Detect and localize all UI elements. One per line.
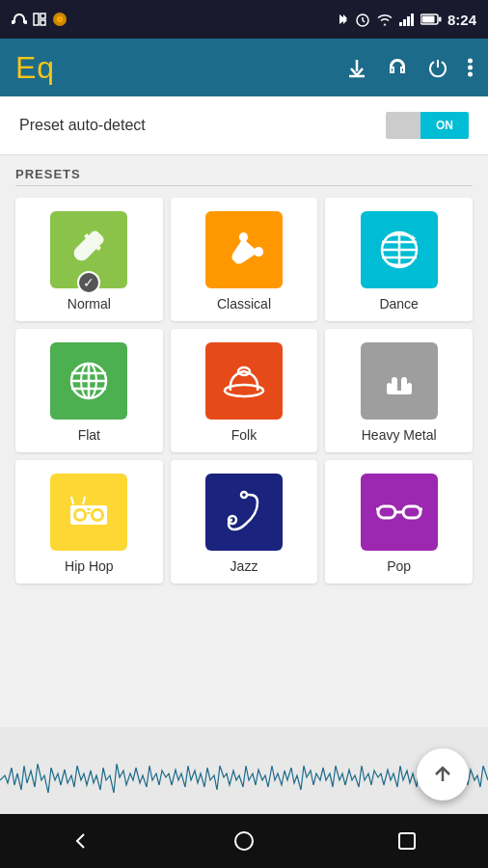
battery-icon (420, 14, 442, 25)
svg-line-49 (83, 497, 85, 504)
pop-label: Pop (387, 558, 411, 574)
glasses-icon (374, 487, 424, 537)
svg-line-10 (363, 20, 365, 22)
dance-label: Dance (379, 296, 418, 312)
app-bar-actions (346, 57, 473, 78)
status-right-icons: 8:24 (338, 11, 476, 28)
bottom-nav (0, 814, 488, 868)
svg-rect-11 (399, 22, 402, 26)
svg-rect-4 (41, 20, 45, 25)
jazz-label: Jazz (230, 558, 258, 574)
recent-icon (396, 830, 418, 852)
presets-title: PRESETS (15, 167, 473, 181)
signal-icon (399, 13, 415, 26)
presets-grid: ✓ Normal Classical (15, 198, 473, 583)
home-button[interactable] (225, 822, 263, 860)
back-button[interactable] (62, 822, 100, 860)
arrow-up-icon (430, 762, 455, 787)
heavy-metal-icon-box (361, 342, 438, 420)
svg-rect-39 (390, 391, 409, 394)
recent-button[interactable] (388, 822, 426, 860)
normal-icon-box: ✓ (50, 211, 127, 288)
globe-dance-icon (374, 225, 424, 275)
preset-folk[interactable]: Folk (171, 329, 318, 452)
presets-section: PRESETS ✓ Normal Classical (0, 155, 488, 595)
toggle-on-label: ON (420, 112, 469, 139)
globe-flat-icon (64, 356, 114, 406)
svg-point-59 (235, 832, 253, 850)
preset-dance[interactable]: Dance (325, 198, 473, 321)
svg-rect-17 (439, 17, 442, 22)
preset-hip-hop[interactable]: Hip Hop (15, 460, 163, 583)
guitar-icon (64, 225, 114, 275)
boombox-icon (64, 487, 114, 537)
headphones-status-icon (12, 13, 27, 26)
heavy-metal-label: Heavy Metal (362, 427, 437, 443)
svg-point-43 (76, 511, 84, 519)
more-button[interactable] (468, 57, 473, 78)
folk-label: Folk (231, 427, 257, 443)
hip-hop-label: Hip Hop (65, 558, 114, 574)
alarm-icon (355, 12, 370, 27)
waveform-svg (0, 727, 488, 814)
rock-hand-icon (374, 356, 424, 406)
selected-check: ✓ (77, 271, 100, 294)
svg-point-21 (468, 72, 473, 77)
svg-rect-2 (34, 14, 39, 25)
home-icon (233, 830, 255, 852)
fab-button[interactable] (417, 748, 469, 800)
preset-pop[interactable]: Pop (325, 460, 473, 583)
status-bar: 8:24 (0, 0, 488, 39)
svg-point-52 (241, 492, 247, 498)
svg-point-7 (59, 18, 61, 20)
svg-rect-12 (403, 19, 406, 26)
svg-rect-53 (378, 506, 395, 518)
flat-icon-box (50, 342, 127, 420)
preset-jazz[interactable]: Jazz (171, 460, 318, 583)
preset-detect-toggle[interactable]: ON (386, 112, 469, 139)
svg-rect-47 (87, 512, 91, 514)
preset-classical[interactable]: Classical (171, 198, 318, 321)
back-icon (70, 830, 92, 852)
flat-label: Flat (78, 427, 100, 443)
preset-detect-label: Preset auto-detect (19, 117, 146, 134)
toggle-off-part (386, 112, 420, 139)
svg-point-45 (94, 511, 101, 519)
presets-divider (15, 185, 473, 186)
headphones-button[interactable] (387, 57, 408, 78)
waveform-area (0, 727, 488, 814)
svg-rect-16 (421, 16, 434, 23)
hip-hop-icon-box (50, 474, 127, 551)
svg-rect-1 (24, 20, 27, 24)
app-title: Eq (15, 50, 55, 86)
classical-label: Classical (217, 296, 271, 312)
time-display: 8:24 (447, 12, 476, 28)
svg-rect-46 (87, 508, 91, 510)
svg-point-20 (468, 66, 473, 70)
status-left-icons (12, 12, 68, 27)
folk-icon-box (205, 342, 283, 420)
violin-icon (219, 225, 269, 275)
hat-icon (219, 356, 269, 406)
bluetooth-icon (338, 11, 349, 28)
preset-heavy-metal[interactable]: Heavy Metal (325, 329, 473, 452)
bookmark-status-icon (33, 13, 46, 26)
preset-flat[interactable]: Flat (15, 329, 163, 452)
preset-normal[interactable]: ✓ Normal (15, 198, 163, 321)
saxophone-icon (219, 487, 269, 537)
dance-icon-box (361, 211, 438, 288)
jazz-icon-box (205, 474, 283, 551)
power-button[interactable] (427, 57, 448, 78)
svg-rect-60 (399, 833, 415, 849)
svg-rect-54 (403, 506, 420, 518)
svg-rect-3 (41, 14, 45, 18)
svg-rect-14 (411, 14, 414, 26)
svg-line-48 (71, 497, 73, 504)
pop-icon-box (361, 474, 438, 551)
svg-point-19 (468, 59, 473, 64)
download-button[interactable] (346, 57, 367, 78)
record-status-icon (52, 12, 68, 27)
svg-rect-13 (407, 16, 410, 26)
normal-label: Normal (68, 296, 111, 312)
preset-detect-row: Preset auto-detect ON (0, 96, 488, 155)
